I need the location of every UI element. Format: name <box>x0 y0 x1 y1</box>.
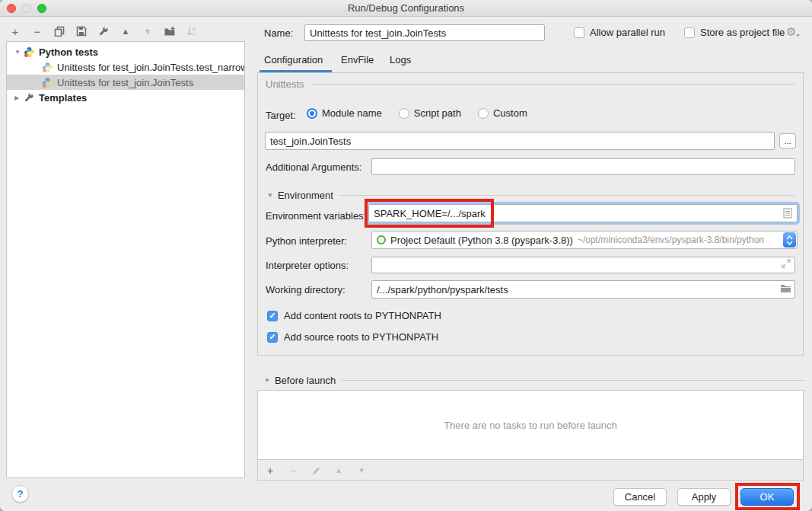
store-as-project-file-checkbox[interactable] <box>684 27 695 38</box>
name-input[interactable] <box>304 24 545 41</box>
unittests-group-label: Unittests <box>266 78 304 90</box>
working-directory-label: Working directory: <box>266 284 345 295</box>
interpreter-options-label: Interpreter options: <box>266 260 349 271</box>
python-tests-icon <box>24 46 35 58</box>
configuration-panel: Unittests Target: Module name Script pat… <box>257 72 804 356</box>
copy-icon[interactable] <box>53 25 65 37</box>
edit-templates-wrench-icon[interactable] <box>97 25 110 37</box>
store-as-project-file-label: Store as project file <box>700 27 785 38</box>
working-directory-input[interactable] <box>371 280 795 299</box>
gear-icon[interactable]: ⚙ <box>786 25 799 39</box>
browse-button[interactable]: ... <box>779 133 796 149</box>
allow-parallel-run-label: Allow parallel run <box>590 27 665 38</box>
run-debug-configurations-window: Run/Debug Configurations + − ▲ ▼ az ▼ Py <box>0 0 812 511</box>
tab-configuration[interactable]: Configuration <box>264 54 323 65</box>
module-name-radio[interactable] <box>307 108 317 119</box>
script-path-label: Script path <box>414 107 461 119</box>
module-name-input[interactable] <box>265 132 775 150</box>
configurations-toolbar: + − ▲ ▼ az <box>9 23 198 40</box>
browse-variables-icon[interactable] <box>783 208 792 221</box>
tree-item-label: Python tests <box>39 46 98 58</box>
additional-arguments-input[interactable] <box>371 158 795 175</box>
apply-button[interactable]: Apply <box>677 488 731 506</box>
tree-item-templates[interactable]: ▶ Templates <box>7 90 244 105</box>
move-task-up-icon[interactable]: ▲ <box>333 465 345 477</box>
python-interpreter-select[interactable]: Project Default (Python 3.8 (pyspark-3.8… <box>371 231 798 249</box>
cancel-button[interactable]: Cancel <box>613 488 667 506</box>
templates-wrench-icon <box>24 92 35 104</box>
tree-item-label: Templates <box>39 92 87 104</box>
python-interpreter-value: Project Default (Python 3.8 (pyspark-3.8… <box>390 235 573 246</box>
add-content-roots-option[interactable]: Add content roots to PYTHONPATH <box>267 310 441 321</box>
interpreter-dropdown-stepper-icon[interactable] <box>783 232 796 248</box>
tree-item-unittests-test-narrow[interactable]: Unittests for test_join.JoinTests.test_n… <box>7 59 244 75</box>
tab-logs[interactable]: Logs <box>390 54 411 65</box>
tab-envfile[interactable]: EnvFile <box>341 54 374 65</box>
python-interpreter-label: Python interpreter: <box>266 235 347 247</box>
custom-label: Custom <box>493 107 527 119</box>
python-test-icon <box>42 77 53 88</box>
environment-variables-input[interactable] <box>368 204 798 222</box>
chevron-right-icon[interactable]: ▶ <box>14 94 24 101</box>
svg-text:a: a <box>193 26 196 31</box>
svg-text:z: z <box>193 31 195 37</box>
before-launch-label: Before launch <box>275 375 336 386</box>
titlebar: Run/Debug Configurations <box>0 0 812 17</box>
custom-radio[interactable] <box>478 108 489 119</box>
before-launch-header[interactable]: Before launch <box>264 375 804 386</box>
chevron-down-icon[interactable]: ▼ <box>14 49 24 56</box>
before-launch-panel: There are no tasks to run before launch … <box>257 390 804 481</box>
add-source-roots-label: Add source roots to PYTHONPATH <box>284 331 438 343</box>
before-launch-toolbar: + − ▲ ▼ <box>264 465 368 477</box>
target-option-module-name[interactable]: Module name <box>307 107 382 119</box>
move-down-icon[interactable]: ▼ <box>142 25 154 37</box>
allow-parallel-run-option[interactable]: Allow parallel run <box>574 27 665 38</box>
before-launch-empty-text: There are no tasks to run before launch <box>258 391 803 460</box>
add-icon[interactable]: + <box>9 25 21 37</box>
module-name-label: Module name <box>322 107 382 119</box>
add-content-roots-label: Add content roots to PYTHONPATH <box>284 310 441 321</box>
configurations-tree: ▼ Python tests Unittests for test_join.J… <box>6 41 245 478</box>
python-test-icon <box>42 62 53 73</box>
interpreter-options-input[interactable] <box>371 257 795 273</box>
store-as-project-file-option[interactable]: Store as project file <box>684 27 785 38</box>
sort-alphabetically-icon[interactable]: az <box>186 25 198 37</box>
target-label: Target: <box>266 110 296 121</box>
conda-env-icon <box>377 235 386 244</box>
tree-item-unittests-jointests[interactable]: Unittests for test_join.JoinTests <box>7 75 244 90</box>
move-up-icon[interactable]: ▲ <box>119 25 132 37</box>
tree-item-label: Unittests for test_join.JoinTests <box>57 77 193 88</box>
add-source-roots-option[interactable]: Add source roots to PYTHONPATH <box>267 331 438 343</box>
tree-item-label: Unittests for test_join.JoinTests.test_n… <box>57 62 244 73</box>
add-task-icon[interactable]: + <box>264 465 276 477</box>
target-option-script-path[interactable]: Script path <box>399 107 461 119</box>
script-path-radio[interactable] <box>399 108 409 119</box>
window-title: Run/Debug Configurations <box>0 2 812 14</box>
environment-section-header[interactable]: Environment <box>267 190 795 201</box>
add-source-roots-checkbox[interactable] <box>267 332 278 343</box>
allow-parallel-run-checkbox[interactable] <box>574 27 584 38</box>
remove-task-icon[interactable]: − <box>287 465 299 477</box>
divider <box>342 380 804 381</box>
help-button[interactable]: ? <box>11 485 29 503</box>
move-task-down-icon[interactable]: ▼ <box>355 465 368 477</box>
python-interpreter-path: ~/opt/miniconda3/envs/pyspark-3.8/bin/py… <box>578 235 764 245</box>
unittests-group-header: Unittests <box>266 78 795 90</box>
expand-field-icon[interactable] <box>782 259 791 270</box>
divider <box>339 195 795 196</box>
folder-icon[interactable] <box>780 283 791 295</box>
divider <box>310 84 795 85</box>
new-folder-icon[interactable] <box>164 25 176 37</box>
ok-button[interactable]: OK <box>740 488 794 506</box>
edit-task-icon[interactable] <box>310 465 322 477</box>
save-icon[interactable] <box>75 25 88 37</box>
tree-item-python-tests[interactable]: ▼ Python tests <box>7 44 244 59</box>
target-radio-group: Module name Script path Custom <box>307 107 538 119</box>
target-option-custom[interactable]: Custom <box>478 107 527 119</box>
add-content-roots-checkbox[interactable] <box>267 311 278 321</box>
name-label: Name: <box>264 27 293 39</box>
environment-section-label: Environment <box>278 190 333 201</box>
remove-icon[interactable]: − <box>31 25 43 37</box>
environment-variables-label: Environment variables: <box>266 210 366 222</box>
additional-arguments-label: Additional Arguments: <box>266 161 361 173</box>
